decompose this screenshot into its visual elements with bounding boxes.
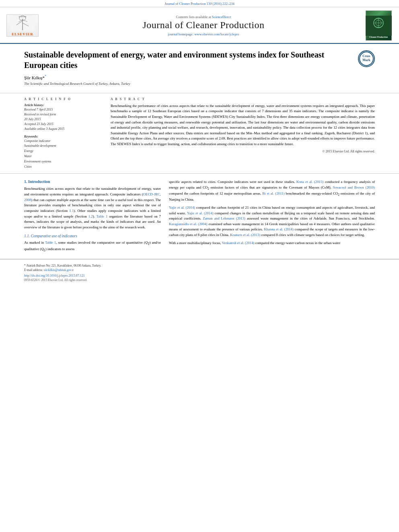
section-11-link[interactable]: 1.1 (69, 209, 74, 213)
right-paragraph-1: specific aspects related to cities. Comp… (169, 179, 375, 202)
journal-citation: Journal of Cleaner Production 130 (2016)… (165, 2, 234, 6)
right-paragraph-3: With a more multidisciplinary focus, Ven… (169, 240, 375, 246)
crossmark-icon: Cross Mark (359, 51, 374, 66)
journal-homepage-url[interactable]: www.elsevier.com/locate/jclepro (194, 32, 239, 36)
keyword-4: Water (24, 154, 103, 159)
intro-section-title: 1. Introduction (24, 179, 161, 184)
yajie-link-1[interactable]: Yajie et al. (2014) (169, 205, 195, 210)
karagiannidis-link[interactable]: Karagiannidis et al. (2004) (169, 222, 208, 226)
keywords-section: Keywords: Composite indicator Sustainabl… (24, 135, 103, 170)
copyright-notice: © 2015 Elsevier Ltd. All rights reserved… (111, 150, 375, 153)
main-content: 1. Introduction Benchmarking cities acro… (0, 174, 399, 255)
keyword-1: Composite indicator (24, 139, 103, 144)
journal-homepage: journal homepage: www.elsevier.com/locat… (43, 32, 364, 36)
sciencedirect-line: Contents lists available at ScienceDirec… (43, 15, 364, 19)
svg-text:Cross: Cross (362, 54, 370, 58)
keyword-5: Environment systems (24, 159, 103, 164)
history-label: Article history: (24, 103, 103, 107)
affiliation: The Scientific and Technological Researc… (24, 82, 375, 86)
venkatesh-link[interactable]: Venkatesh et al. (2014) (222, 241, 254, 245)
article-history: Article history: Received 7 April 2015 R… (24, 103, 103, 131)
article-title: Sustainable development of energy, water… (24, 49, 375, 70)
sciencedirect-link[interactable]: ScienceDirect (212, 15, 231, 19)
footnote-email: E-mail address: siir.kilkis@tubitak.gov.… (24, 268, 375, 272)
journal-header: ELSEVIER ELSEVIER Contents lists availab… (0, 7, 399, 44)
revised-date: 20 July 2015 (24, 117, 103, 122)
doi-link[interactable]: http://dx.doi.org/10.1016/j.jclepro.2015… (24, 274, 375, 277)
svg-text:Mark: Mark (362, 58, 370, 62)
keywords-label: Keywords: (24, 135, 103, 138)
elsevier-logo-area: ELSEVIER ELSEVIER (6, 14, 43, 37)
available-date: Available online 3 August 2015 (24, 127, 103, 131)
section-12-link[interactable]: 1.2 (88, 214, 93, 218)
khanna-link[interactable]: Khanna et al. (2014) (264, 227, 294, 231)
zaman-link[interactable]: Zaman and Lehmann (2013) (203, 216, 245, 220)
footer: * Atatürk Bulvarı No: 221, Kavaklıdere, … (0, 259, 399, 286)
table1-link[interactable]: Table 1 (97, 214, 108, 218)
elsevier-label: ELSEVIER (12, 32, 33, 36)
oecd-link[interactable]: OECD-JRC, 2008 (24, 192, 161, 202)
abstract-section: A B S T R A C T Benchmarking the perform… (111, 97, 375, 170)
keyword-2: Sustainable development (24, 144, 103, 149)
accepted-date: Accepted 23 July 2015 (24, 122, 103, 127)
left-column: 1. Introduction Benchmarking cities acro… (24, 179, 161, 255)
article-title-section: Cross Mark Sustainable development of en… (0, 44, 399, 93)
footnote-address: * Atatürk Bulvarı No: 221, Kavaklıdere, … (24, 263, 375, 268)
received-revised-label: Received in revised form (24, 112, 103, 117)
subsection-title: 1.1. Comparative use of indicators (24, 234, 161, 238)
keyword-3: Energy (24, 149, 103, 154)
issn-line: 0959-6526/© 2015 Elsevier Ltd. All right… (24, 278, 375, 282)
sovacool-link[interactable]: Sovacool and Brown (2010) (333, 185, 375, 189)
right-paragraph-2: Yajie et al. (2014) compared the carbon … (169, 205, 375, 238)
crossmark-badge: Cross Mark (358, 50, 375, 67)
email-link[interactable]: siir.kilkis@tubitak.gov.tr (44, 268, 74, 272)
article-info-label: A R T I C L E I N F O (24, 97, 103, 101)
author-footnote-marker: * (45, 74, 46, 78)
journal-header-center: Contents lists available at ScienceDirec… (43, 15, 364, 36)
keyword-6: Cities (24, 164, 103, 170)
bi-link[interactable]: Bi et al. (2011) (262, 191, 284, 195)
abstract-text: Benchmarking the performance of cities a… (111, 103, 375, 147)
kramers-link[interactable]: Kramers et al. (2013) (230, 233, 260, 237)
journal-title: Journal of Cleaner Production (43, 20, 364, 31)
elsevier-tree-icon: ELSEVIER (10, 15, 35, 31)
kona-link[interactable]: Kona et al. (2015) (296, 180, 324, 184)
elsevier-logo: ELSEVIER ELSEVIER (6, 14, 39, 37)
article-info-abstract: A R T I C L E I N F O Article history: R… (0, 93, 399, 174)
subsection-paragraph-1: As marked in Table 1, some studies invol… (24, 240, 161, 252)
cover-art (366, 16, 392, 36)
author-name: Şiir Kılkış** (24, 74, 375, 80)
received-date: Received 7 April 2015 (24, 107, 103, 112)
cover-title: Cleaner Production (369, 36, 388, 39)
top-journal-bar: Journal of Cleaner Production 130 (2016)… (0, 0, 399, 7)
cover-image: Cleaner Production (366, 10, 392, 41)
right-column: specific aspects related to cities. Comp… (169, 179, 375, 255)
table1-ref-link[interactable]: Table 1 (45, 240, 56, 244)
yajie-link-2[interactable]: Yajie et al. (2014) (187, 211, 214, 215)
journal-cover: Cleaner Production (364, 10, 393, 41)
svg-text:ELSEVIER: ELSEVIER (19, 16, 27, 18)
abstract-label: A B S T R A C T (111, 97, 375, 101)
article-info-panel: A R T I C L E I N F O Article history: R… (24, 97, 103, 170)
intro-paragraph-1: Benchmarking cities across aspects that … (24, 186, 161, 230)
